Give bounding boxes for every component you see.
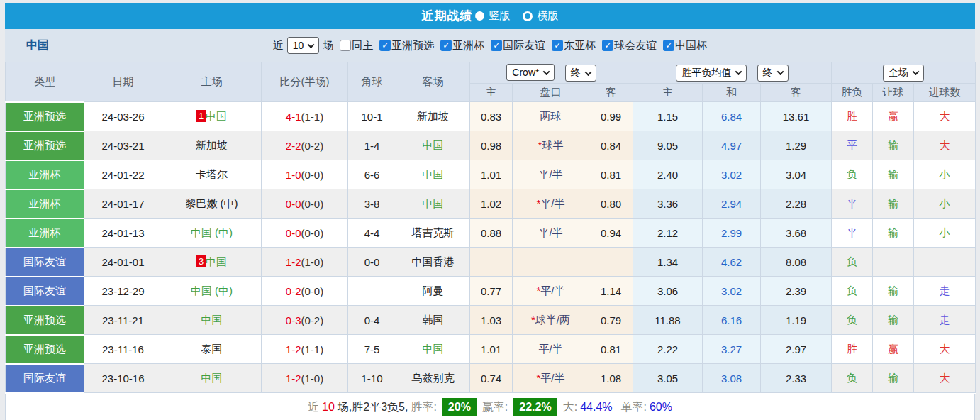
scope-select[interactable]: 全场 — [883, 65, 924, 82]
mean-draw-cell[interactable]: 3.08 — [703, 364, 761, 393]
away-team-cell: 中国 — [396, 189, 470, 219]
mean-draw-cell[interactable]: 4.97 — [703, 131, 761, 160]
col-header-odds-pan: 盘口 — [513, 84, 589, 102]
horizontal-layout-label[interactable]: 横版 — [538, 9, 559, 23]
match-date: 24-01-13 — [84, 219, 162, 248]
goals-result-cell — [914, 248, 976, 277]
outcome-cell: 平 — [832, 189, 873, 219]
score-cell: 0-0(0-0) — [262, 189, 348, 219]
horizontal-layout-radio-icon[interactable] — [523, 11, 533, 21]
checked-checkbox-icon[interactable] — [602, 40, 613, 51]
recent-count-select[interactable]: 10 — [287, 37, 320, 54]
mean-draw-cell[interactable]: 2.99 — [703, 219, 761, 248]
match-row: 亚洲预选24-03-21新加坡2-2(0-2)1-4中国0.98*球半0.849… — [6, 131, 976, 160]
away-team-name: 中国 — [423, 168, 444, 180]
recent-count-value: 10 — [293, 40, 304, 51]
match-date: 24-01-01 — [84, 248, 162, 277]
mean-away-cell: 1.29 — [761, 131, 832, 160]
score-cell: 1-2(1-1) — [262, 335, 348, 364]
home-odds-cell: 0.83 — [470, 102, 513, 131]
score-cell: 2-2(0-2) — [262, 131, 348, 160]
competition-label[interactable]: 中国杯 — [675, 39, 707, 52]
match-type-badge: 亚洲杯 — [6, 189, 84, 219]
home-team-name: 中国 (中) — [191, 284, 233, 297]
checked-checkbox-icon[interactable] — [552, 40, 563, 51]
odds-company-select[interactable]: Crow* — [506, 64, 555, 81]
corner-cell: 1-10 — [348, 364, 396, 393]
score-cell: 1-0(0-0) — [262, 160, 348, 189]
handicap-result-cell: 输 — [873, 219, 914, 248]
filter-controls: 近 10 场 同主亚洲预选亚洲杯国际友谊东亚杯球会友谊中国杯 — [273, 37, 708, 54]
mean-company-select[interactable]: 胜平负均值 — [676, 65, 747, 82]
competition-label[interactable]: 国际友谊 — [503, 39, 545, 52]
handicap-result-cell: 赢 — [873, 335, 914, 364]
rate-label: 胜率: — [411, 400, 436, 415]
single-rate-label: 单率: — [621, 400, 647, 415]
results-table: 类型 日期 主场 比分(半场) 角球 客场 Crow* 终 — [5, 62, 976, 394]
rank-badge: 3 — [196, 255, 206, 267]
mean-period-select[interactable]: 终 — [757, 65, 789, 82]
col-header-away: 客场 — [396, 62, 470, 102]
mean-away-cell: 8.08 — [761, 248, 832, 277]
half-time-score: (0-2) — [301, 314, 324, 326]
goals-result-cell: 走 — [914, 306, 976, 335]
checked-checkbox-icon[interactable] — [379, 40, 391, 51]
competition-label[interactable]: 东亚杯 — [564, 39, 596, 52]
corner-cell: 1-4 — [348, 131, 396, 160]
mean-draw-cell[interactable]: 4.62 — [703, 248, 761, 277]
home-team-cell: 1中国 — [162, 102, 262, 131]
mean-draw-cell[interactable]: 6.84 — [703, 102, 761, 131]
corner-cell: 10-1 — [348, 102, 396, 131]
away-team-cell: 阿曼 — [396, 277, 470, 306]
competition-label[interactable]: 亚洲预选 — [391, 39, 434, 52]
mean-company-value: 胜平负均值 — [681, 67, 731, 79]
mean-home-cell: 1.15 — [633, 102, 703, 131]
mean-home-cell: 9.05 — [633, 131, 703, 160]
handicap-value: 两球 — [540, 110, 562, 122]
vertical-layout-label[interactable]: 竖版 — [489, 9, 511, 23]
match-type-badge: 亚洲预选 — [6, 306, 84, 335]
competition-label[interactable]: 球会友谊 — [614, 39, 657, 52]
away-odds-cell: 1.08 — [589, 364, 633, 393]
home-team-cell: 泰国 — [162, 335, 262, 364]
away-team-cell: 乌兹别克 — [396, 364, 470, 393]
handicap-result-cell: 输 — [873, 189, 914, 219]
mean-home-cell: 2.12 — [633, 219, 703, 248]
handicap-value: 平/半 — [540, 372, 564, 384]
home-team-name: 中国 — [206, 110, 227, 122]
match-date: 24-03-21 — [84, 131, 162, 160]
col-header-date: 日期 — [84, 62, 162, 102]
mean-draw-cell[interactable]: 3.02 — [703, 160, 761, 189]
unchecked-checkbox-icon[interactable] — [340, 40, 351, 51]
competition-label[interactable]: 同主 — [352, 39, 373, 52]
odds-period-select[interactable]: 终 — [565, 65, 596, 82]
outcome-cell: 平 — [832, 219, 873, 248]
checked-checkbox-icon[interactable] — [491, 40, 502, 51]
vertical-layout-radio-icon[interactable] — [475, 11, 484, 21]
checked-checkbox-icon[interactable] — [663, 40, 674, 51]
match-type-badge: 亚洲杯 — [6, 219, 84, 248]
col-header-home: 主场 — [162, 62, 262, 102]
mean-draw-cell[interactable]: 2.94 — [703, 189, 761, 219]
match-date: 23-10-16 — [84, 364, 162, 393]
mean-draw-cell[interactable]: 3.27 — [703, 335, 761, 364]
checked-checkbox-icon[interactable] — [440, 40, 452, 51]
mean-draw-cell[interactable]: 3.02 — [703, 277, 761, 306]
competition-label[interactable]: 亚洲杯 — [452, 39, 484, 52]
win-rate-label: 赢率: — [482, 400, 508, 415]
mean-draw-cell[interactable]: 6.16 — [703, 306, 761, 335]
corner-cell: 0-4 — [348, 306, 396, 335]
match-type-badge: 国际友谊 — [6, 277, 84, 306]
handicap-result-cell: 赢 — [873, 102, 914, 131]
full-time-score: 1-2 — [286, 256, 301, 268]
away-team-cell: 塔吉克斯 — [396, 219, 470, 248]
score-cell: 0-3(0-2) — [262, 306, 348, 335]
half-time-score: (1-0) — [301, 256, 324, 268]
home-team-cell: 黎巴嫩 (中) — [162, 189, 262, 219]
away-odds-cell: 0.81 — [589, 160, 633, 189]
match-type-badge: 亚洲预选 — [6, 102, 84, 131]
home-team-name: 中国 — [206, 255, 227, 267]
result-header-group: 全场 — [832, 62, 976, 84]
mean-away-cell: 3.68 — [761, 219, 832, 248]
outcome-cell: 胜 — [832, 102, 873, 131]
